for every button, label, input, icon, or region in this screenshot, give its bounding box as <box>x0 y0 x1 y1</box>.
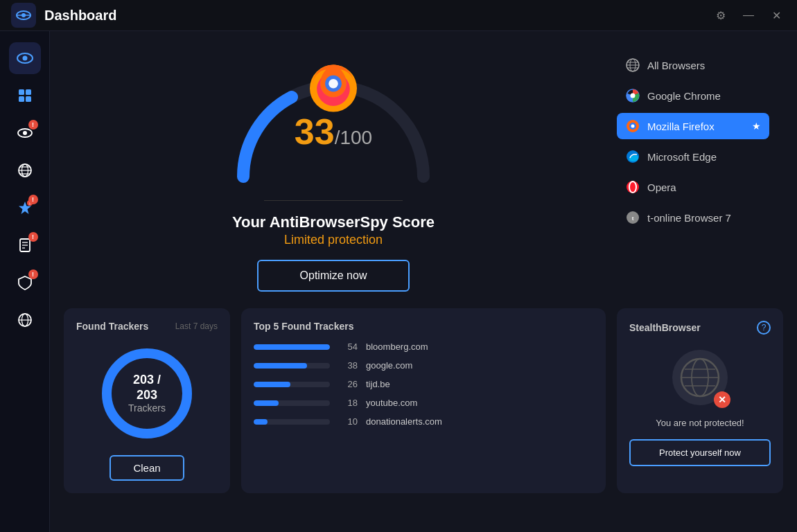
optimize-button[interactable]: Optimize now <box>257 260 410 292</box>
svg-point-4 <box>22 56 27 61</box>
score-subtitle: Limited protection <box>284 233 383 247</box>
sidebar-item-shield-alert[interactable]: ! <box>9 267 41 299</box>
stealth-globe: ✕ You are not protected! Protect yoursel… <box>629 344 771 466</box>
shield-alert-badge: ! <box>28 269 38 279</box>
tracker-bar <box>254 363 307 369</box>
panels: Found Trackers Last 7 days 203 / 203 <box>50 308 797 507</box>
trackers-label: Trackers <box>121 403 173 414</box>
donut-wrap: 203 / 203 Trackers <box>95 342 199 445</box>
sidebar-item-globe2[interactable] <box>9 304 41 336</box>
donut-container: 203 / 203 Trackers Clean <box>76 342 218 481</box>
tracker-row: 10 donationalerts.com <box>254 416 593 427</box>
trackers-title: Found Trackers <box>76 321 148 332</box>
stealth-panel: StealthBrowser ? <box>617 308 783 493</box>
tracker-count: 38 <box>338 360 358 371</box>
doc-alert-badge: ! <box>28 232 38 242</box>
not-protected-x-icon: ✕ <box>714 391 730 408</box>
score-center: 33/100 Your AntiBrowserSpy Score Limited… <box>78 45 589 292</box>
not-protected-text: You are not protected! <box>656 418 744 428</box>
tracker-row: 18 youtube.com <box>254 398 593 408</box>
stealth-title: StealthBrowser <box>629 322 701 333</box>
titlebar: Dashboard ⚙ — ✕ <box>0 0 797 31</box>
clean-button[interactable]: Clean <box>110 455 184 481</box>
svg-point-40 <box>627 181 639 193</box>
browser-list: All Browsers Google Chrome <box>617 45 769 292</box>
svg-point-10 <box>23 131 27 135</box>
titlebar-controls: ⚙ — ✕ <box>711 6 786 25</box>
browser-label-firefox: Mozilla Firefox <box>647 121 715 132</box>
svg-rect-8 <box>26 96 31 102</box>
globe-icon-wrap: ✕ <box>672 350 728 405</box>
settings-button[interactable]: ⚙ <box>711 6 730 25</box>
edge-icon <box>625 149 640 164</box>
browser-item-tonline[interactable]: t t-online Browser 7 <box>617 204 769 231</box>
browser-label-tonline: t-online Browser 7 <box>647 212 731 224</box>
sidebar-item-logo[interactable] <box>9 42 41 74</box>
tracker-count: 10 <box>338 416 358 427</box>
svg-rect-5 <box>19 89 24 95</box>
tracker-domain: bloomberg.com <box>366 342 428 352</box>
top5-panel-header: Top 5 Found Trackers <box>254 321 593 332</box>
protect-button[interactable]: Protect yourself now <box>629 439 771 466</box>
tracker-row: 54 bloomberg.com <box>254 342 593 352</box>
browser-item-firefox[interactable]: Mozilla Firefox ★ <box>617 113 769 139</box>
trackers-period: Last 7 days <box>175 321 218 331</box>
tracker-domain: donationalerts.com <box>366 416 442 427</box>
tracker-bar <box>254 419 268 425</box>
browser-item-edge[interactable]: Microsoft Edge <box>617 143 769 170</box>
page-title: Dashboard <box>44 8 116 24</box>
svg-text:t: t <box>632 215 634 222</box>
tracker-row: 38 google.com <box>254 360 593 371</box>
tracker-bar-wrap <box>254 419 330 425</box>
browser-label-chrome: Google Chrome <box>647 90 721 102</box>
opera-icon <box>625 179 640 195</box>
stealth-panel-header: StealthBrowser ? <box>629 321 771 335</box>
tracker-bar <box>254 344 330 350</box>
top5-title: Top 5 Found Trackers <box>254 321 353 332</box>
close-button[interactable]: ✕ <box>767 6 786 25</box>
score-section: 33/100 Your AntiBrowserSpy Score Limited… <box>50 31 797 305</box>
svg-point-38 <box>631 125 635 128</box>
tracker-bar-wrap <box>254 344 330 350</box>
sidebar-item-doc-alert[interactable]: ! <box>9 229 41 261</box>
firefox-star-icon: ★ <box>752 121 761 132</box>
tracker-row: 26 tijd.be <box>254 379 593 389</box>
minimize-button[interactable]: — <box>739 6 758 25</box>
sidebar-item-dashboard[interactable] <box>9 80 41 112</box>
info-icon[interactable]: ? <box>757 321 771 335</box>
sidebar-item-star-alert[interactable]: ! ! <box>9 192 41 224</box>
trackers-panel: Found Trackers Last 7 days 203 / 203 <box>64 308 230 493</box>
svg-rect-7 <box>19 96 24 102</box>
tracker-domain: google.com <box>366 360 412 371</box>
sidebar-item-globe[interactable] <box>9 154 41 186</box>
browser-label-all: All Browsers <box>647 60 705 71</box>
star-alert-badge: ! <box>28 195 38 204</box>
tracker-bar <box>254 400 279 406</box>
app-logo <box>11 3 36 28</box>
browser-item-chrome[interactable]: Google Chrome <box>617 82 769 109</box>
tracker-bar <box>254 382 290 387</box>
browser-item-all[interactable]: All Browsers <box>617 52 769 78</box>
tonline-icon: t <box>625 210 640 225</box>
titlebar-left: Dashboard <box>11 3 116 28</box>
sidebar-item-alerts[interactable]: ! <box>9 117 41 149</box>
tracker-bar-wrap <box>254 382 330 387</box>
top5-panel: Top 5 Found Trackers 54 bloomberg.com 38… <box>241 308 606 493</box>
tracker-count: 54 <box>338 342 358 352</box>
score-title: Your AntiBrowserSpy Score <box>232 213 435 231</box>
trackers-count: 203 / 203 <box>121 373 173 402</box>
alerts-badge: ! <box>28 120 38 130</box>
svg-point-28 <box>329 79 338 89</box>
donut-text: 203 / 203 Trackers <box>121 373 173 414</box>
tracker-bar-wrap <box>254 400 330 406</box>
tracker-domain: tijd.be <box>366 379 390 389</box>
main-content: 33/100 Your AntiBrowserSpy Score Limited… <box>50 31 797 532</box>
layout: ! ! ! <box>0 31 797 532</box>
svg-point-35 <box>631 94 636 98</box>
svg-rect-6 <box>26 89 31 95</box>
gauge-score-display: 33/100 <box>295 111 372 152</box>
all-browsers-icon <box>625 57 640 73</box>
tracker-bar-wrap <box>254 363 330 369</box>
gauge-container: 33/100 <box>222 45 444 197</box>
browser-item-opera[interactable]: Opera <box>617 174 769 200</box>
